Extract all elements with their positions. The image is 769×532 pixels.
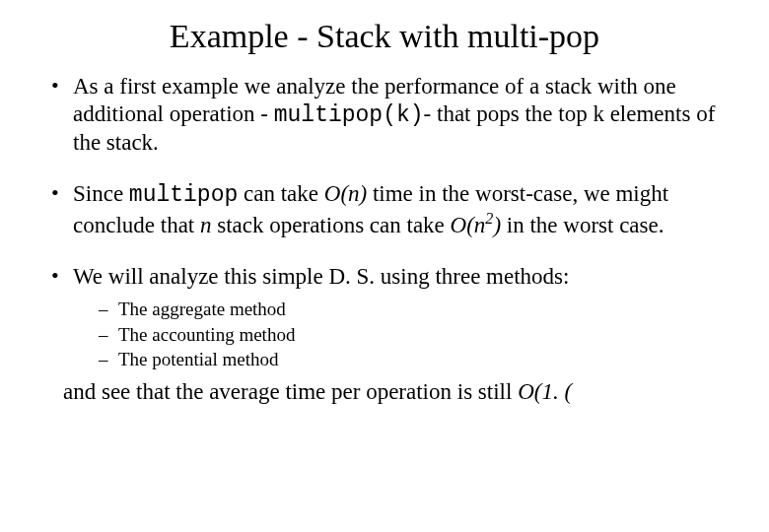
bullet-3: We will analyze this simple D. S. using …	[49, 263, 720, 376]
text: and see that the average time per operat…	[63, 379, 518, 404]
big-o-n: O(n)	[324, 181, 367, 206]
text: in the worst case.	[501, 213, 664, 237]
list-item: The aggregate method	[99, 297, 720, 322]
code: multipop	[129, 182, 238, 208]
text: stack operations can take	[212, 213, 451, 237]
big-o-1: O(1. (	[518, 379, 572, 404]
text: Since	[73, 181, 129, 206]
big-o-n2: O(n2)	[451, 213, 502, 237]
bullet-1: As a first example we analyze the perfor…	[49, 73, 720, 157]
slide-title: Example - Stack with multi-pop	[39, 18, 730, 55]
bullet-list: As a first example we analyze the perfor…	[39, 73, 730, 376]
var-n: n	[200, 213, 212, 237]
slide: Example - Stack with multi-pop As a firs…	[0, 0, 769, 406]
text: We will analyze this simple D. S. using …	[73, 264, 569, 289]
list-item: The potential method	[99, 347, 720, 372]
closing-line: and see that the average time per operat…	[63, 378, 730, 406]
text: can take	[238, 181, 323, 206]
sub-list: The aggregate method The accounting meth…	[73, 291, 720, 376]
code: multipop(k)	[274, 102, 424, 128]
list-item: The accounting method	[99, 322, 720, 348]
bullet-2: Since multipop can take O(n) time in the…	[49, 180, 720, 239]
